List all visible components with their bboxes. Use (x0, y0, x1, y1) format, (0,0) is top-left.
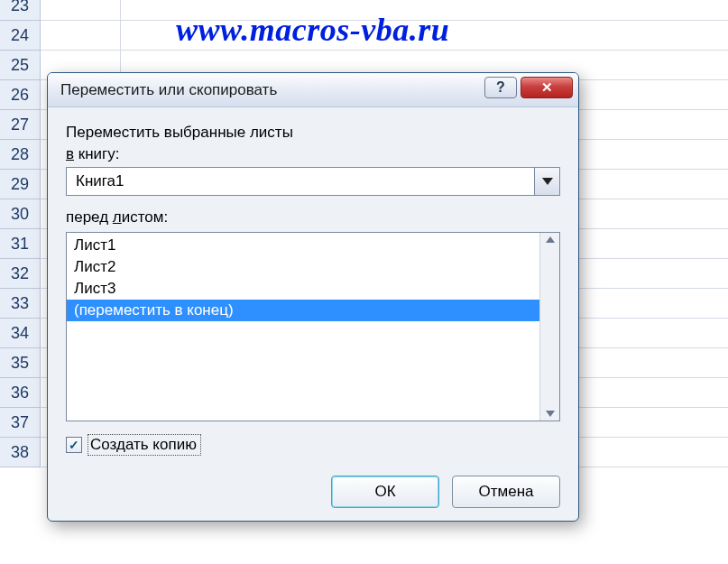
watermark-url: www.macros-vba.ru (176, 11, 449, 49)
list-item[interactable]: Лист1 (67, 235, 539, 256)
row-header[interactable]: 35 (0, 348, 41, 378)
chevron-down-icon (542, 178, 553, 185)
move-selected-label: Переместить выбранные листы (66, 124, 560, 142)
move-copy-dialog: Переместить или скопировать ? ✕ Перемест… (47, 72, 579, 522)
row-header[interactable]: 23 (0, 0, 41, 21)
dialog-titlebar[interactable]: Переместить или скопировать ? ✕ (48, 73, 578, 107)
row-header[interactable]: 26 (0, 80, 41, 110)
list-item[interactable]: Лист3 (67, 278, 539, 300)
row-header[interactable]: 27 (0, 110, 41, 140)
row-header[interactable]: 31 (0, 229, 41, 259)
row-header[interactable]: 33 (0, 289, 41, 319)
create-copy-label[interactable]: Создать копиюСоздать копию (88, 434, 201, 456)
row-header[interactable]: 24 (0, 21, 41, 51)
row-header[interactable]: 38 (0, 438, 41, 467)
book-combobox-value: Книга1 (67, 168, 534, 195)
list-item[interactable]: (переместить в конец) (67, 300, 539, 321)
book-combobox[interactable]: Книга1 (66, 167, 560, 196)
list-item[interactable]: Лист2 (67, 256, 539, 278)
row-header[interactable]: 25 (0, 51, 41, 80)
listbox-scrollbar[interactable] (539, 233, 559, 421)
row-header[interactable]: 34 (0, 319, 41, 348)
close-icon: ✕ (541, 79, 553, 96)
to-book-label: в в книгу:книгу: (66, 145, 560, 163)
before-sheet-label: перед листом:перед листом: (66, 208, 560, 227)
ok-button[interactable]: ОК (331, 476, 439, 508)
help-icon: ? (496, 79, 505, 96)
cancel-button[interactable]: Отмена (452, 476, 560, 508)
row-header[interactable]: 32 (0, 259, 41, 289)
row-header[interactable]: 37 (0, 408, 41, 438)
dialog-title: Переместить или скопировать (60, 81, 277, 99)
row-header[interactable]: 36 (0, 378, 41, 408)
close-button[interactable]: ✕ (521, 77, 573, 98)
help-button[interactable]: ? (484, 77, 517, 98)
row-header[interactable]: 30 (0, 199, 41, 229)
book-combobox-button[interactable] (534, 168, 559, 195)
row-header[interactable]: 29 (0, 170, 41, 199)
create-copy-checkbox[interactable]: ✓ (66, 437, 82, 453)
scroll-up-icon[interactable] (546, 236, 555, 243)
row-header[interactable]: 28 (0, 140, 41, 170)
scroll-down-icon[interactable] (546, 411, 555, 417)
sheet-listbox[interactable]: Лист1Лист2Лист3(переместить в конец) (66, 232, 560, 421)
checkmark-icon: ✓ (69, 438, 79, 452)
